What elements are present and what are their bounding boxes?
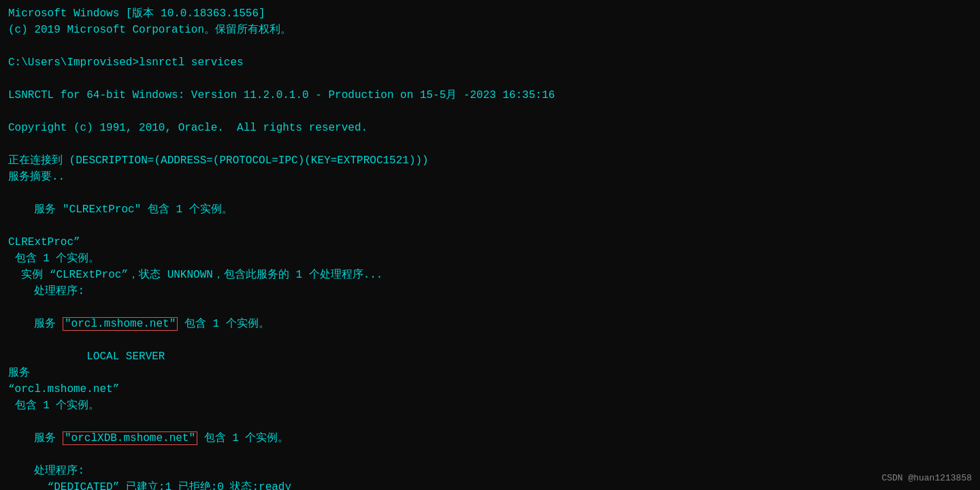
line-9	[8, 136, 972, 152]
line-8: Copyright (c) 1991, 2010, Oracle. All ri…	[8, 120, 972, 136]
line-18: LOCAL SERVER	[8, 348, 972, 365]
line-16: 处理程序:	[8, 283, 972, 299]
line-24: “DEDICATED” 已建立:1 已拒绝:0 状态:ready	[8, 479, 972, 490]
line-10: 正在连接到 (DESCRIPTION=(ADDRESS=(PROTOCOL=IP…	[8, 152, 972, 169]
line-5	[8, 71, 972, 87]
line-12-pre: 服务 "CLRExtProc" 包含 1 个实例。	[34, 203, 232, 216]
orclxdb-mshome-highlight: "orclXDB.mshome.net"	[63, 431, 197, 445]
line-11: 服务摘要..	[8, 169, 972, 185]
line-7	[8, 103, 972, 120]
line-17: 服务 "orcl.mshome.net" 包含 1 个实例。	[8, 299, 972, 348]
line-6: LSNRCTL for 64-bit Windows: Version 11.2…	[8, 87, 972, 103]
line-22-pre: 服务	[34, 432, 63, 444]
line-13: CLRExtProc”	[8, 234, 972, 250]
line-12: 服务 "CLRExtProc" 包含 1 个实例。	[8, 185, 972, 234]
watermark: CSDN @huan1213858	[881, 472, 972, 485]
line-3	[8, 38, 972, 54]
line-20: “orcl.mshome.net”	[8, 381, 972, 397]
line-21: 包含 1 个实例。	[8, 397, 972, 414]
line-22: 服务 "orclXDB.mshome.net" 包含 1 个实例。	[8, 414, 972, 463]
line-1: Microsoft Windows [版本 10.0.18363.1556]	[8, 5, 972, 22]
line-19: 服务	[8, 365, 972, 381]
line-23: 处理程序:	[8, 463, 972, 479]
line-2: (c) 2019 Microsoft Corporation。保留所有权利。	[8, 22, 972, 38]
line-17-post: 包含 1 个实例。	[178, 318, 269, 330]
orcl-mshome-highlight: "orcl.mshome.net"	[63, 317, 178, 331]
line-14: 包含 1 个实例。	[8, 250, 972, 267]
line-17-pre: 服务	[34, 318, 63, 330]
line-22-post: 包含 1 个实例。	[197, 432, 289, 444]
terminal-window: Microsoft Windows [版本 10.0.18363.1556] (…	[0, 0, 980, 490]
line-15: 实例 “CLRExtProc”，状态 UNKNOWN，包含此服务的 1 个处理程…	[8, 267, 972, 283]
line-4: C:\Users\Improvised>lsnrctl services	[8, 54, 972, 71]
